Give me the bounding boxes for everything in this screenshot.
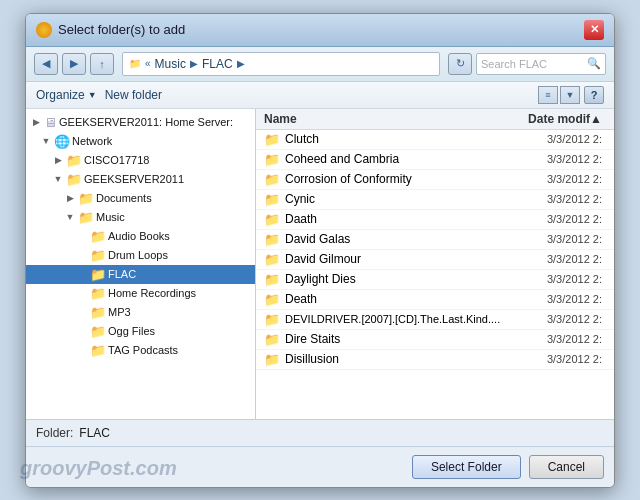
file-name: 📁 Clutch	[264, 132, 506, 147]
dialog-title: Select folder(s) to add	[58, 22, 185, 37]
content-area: ▶ 🖥 GEEKSERVER2011: Home Server: ▼ 🌐 Net…	[26, 109, 614, 419]
tagpodcasts-expand-icon	[76, 344, 88, 356]
tree-item-homerecordings[interactable]: 📁 Home Recordings	[26, 284, 255, 303]
file-name: 📁 Coheed and Cambria	[264, 152, 506, 167]
file-row[interactable]: 📁 Cynic 3/3/2012 2:	[256, 190, 614, 210]
folder-bar: Folder: FLAC	[26, 419, 614, 446]
tree-drumloops-label: Drum Loops	[108, 249, 168, 261]
file-row[interactable]: 📁 Daylight Dies 3/3/2012 2:	[256, 270, 614, 290]
header-name[interactable]: Name	[264, 112, 506, 126]
file-row[interactable]: 📁 DEVILDRIVER.[2007].[CD].The.Last.Kind.…	[256, 310, 614, 330]
file-row[interactable]: 📁 Coheed and Cambria 3/3/2012 2:	[256, 150, 614, 170]
file-name: 📁 Dire Staits	[264, 332, 506, 347]
search-placeholder: Search FLAC	[481, 58, 547, 70]
file-row[interactable]: 📁 Corrosion of Conformity 3/3/2012 2:	[256, 170, 614, 190]
file-name: 📁 DEVILDRIVER.[2007].[CD].The.Last.Kind.…	[264, 312, 506, 327]
tree-item-tagpodcasts[interactable]: 📁 TAG Podcasts	[26, 341, 255, 360]
documents-expand-icon: ▶	[64, 192, 76, 204]
tree-oggfiles-label: Ogg Files	[108, 325, 155, 337]
tree-mp3-label: MP3	[108, 306, 131, 318]
action-right: ≡ ▼ ?	[538, 86, 604, 104]
file-name: 📁 Death	[264, 292, 506, 307]
tree-item-music[interactable]: ▼ 📁 Music	[26, 208, 255, 227]
forward-button[interactable]: ▶	[62, 53, 86, 75]
oggfiles-expand-icon	[76, 325, 88, 337]
breadcrumb-music[interactable]: Music	[155, 57, 186, 71]
file-row[interactable]: 📁 Clutch 3/3/2012 2:	[256, 130, 614, 150]
file-row[interactable]: 📁 Daath 3/3/2012 2:	[256, 210, 614, 230]
dialog-window: Select folder(s) to add ✕ ◀ ▶ ↑ 📁 « Musi…	[25, 13, 615, 488]
mp3-expand-icon	[76, 306, 88, 318]
file-row[interactable]: 📁 David Gilmour 3/3/2012 2:	[256, 250, 614, 270]
new-folder-button[interactable]: New folder	[105, 88, 162, 102]
breadcrumb-flac[interactable]: FLAC	[202, 57, 233, 71]
tree-cisco-label: CISCO17718	[84, 154, 149, 166]
up-button[interactable]: ↑	[90, 53, 114, 75]
tagpodcasts-folder-icon: 📁	[90, 343, 106, 358]
file-name: 📁 Disillusion	[264, 352, 506, 367]
file-name: 📁 David Galas	[264, 232, 506, 247]
breadcrumb-separator1: «	[145, 58, 151, 69]
search-box[interactable]: Search FLAC 🔍	[476, 53, 606, 75]
file-folder-icon: 📁	[264, 212, 280, 227]
tree-item-geekserver[interactable]: ▼ 📁 GEEKSERVER2011	[26, 170, 255, 189]
audiobooks-folder-icon: 📁	[90, 229, 106, 244]
tree-item-audiobooks[interactable]: 📁 Audio Books	[26, 227, 255, 246]
tree-item-cisco[interactable]: ▶ 📁 CISCO17718	[26, 151, 255, 170]
tree-geekserver-label: GEEKSERVER2011	[84, 173, 184, 185]
mp3-folder-icon: 📁	[90, 305, 106, 320]
file-folder-icon: 📁	[264, 172, 280, 187]
homerecordings-folder-icon: 📁	[90, 286, 106, 301]
tree-root-label: GEEKSERVER2011: Home Server:	[59, 116, 233, 128]
breadcrumb-icon: 📁	[129, 58, 141, 69]
file-row[interactable]: 📁 Death 3/3/2012 2:	[256, 290, 614, 310]
breadcrumb-arrow1: ▶	[190, 58, 198, 69]
file-folder-icon: 📁	[264, 232, 280, 247]
flac-expand-icon	[76, 268, 88, 280]
cisco-folder-icon: 📁	[66, 153, 82, 168]
file-folder-icon: 📁	[264, 152, 280, 167]
cancel-button[interactable]: Cancel	[529, 455, 604, 479]
help-button[interactable]: ?	[584, 86, 604, 104]
dialog-icon	[36, 22, 52, 38]
tree-item-oggfiles[interactable]: 📁 Ogg Files	[26, 322, 255, 341]
view-icon-button[interactable]: ≡	[538, 86, 558, 104]
header-date[interactable]: Date modif▲	[506, 112, 606, 126]
file-folder-icon: 📁	[264, 272, 280, 287]
search-icon: 🔍	[587, 57, 601, 70]
file-folder-icon: 📁	[264, 312, 280, 327]
breadcrumb-bar[interactable]: 📁 « Music ▶ FLAC ▶	[122, 52, 440, 76]
title-bar: Select folder(s) to add ✕	[26, 14, 614, 47]
cisco-expand-icon: ▶	[52, 154, 64, 166]
file-row[interactable]: 📁 Dire Staits 3/3/2012 2:	[256, 330, 614, 350]
geekserver-expand-icon: ▼	[52, 173, 64, 185]
tree-item-flac[interactable]: 📁 FLAC	[26, 265, 255, 284]
button-bar: Select Folder Cancel	[26, 446, 614, 487]
view-toggle-button[interactable]: ▼	[560, 86, 580, 104]
flac-folder-icon: 📁	[90, 267, 106, 282]
tree-item-mp3[interactable]: 📁 MP3	[26, 303, 255, 322]
network-icon: 🌐	[54, 134, 70, 149]
tree-root[interactable]: ▶ 🖥 GEEKSERVER2011: Home Server:	[26, 113, 255, 132]
tree-audiobooks-label: Audio Books	[108, 230, 170, 242]
music-folder-icon: 📁	[78, 210, 94, 225]
view-icons: ≡ ▼	[538, 86, 580, 104]
tree-item-drumloops[interactable]: 📁 Drum Loops	[26, 246, 255, 265]
file-folder-icon: 📁	[264, 252, 280, 267]
oggfiles-folder-icon: 📁	[90, 324, 106, 339]
refresh-button[interactable]: ↻	[448, 53, 472, 75]
file-row[interactable]: 📁 Disillusion 3/3/2012 2:	[256, 350, 614, 370]
file-row[interactable]: 📁 David Galas 3/3/2012 2:	[256, 230, 614, 250]
file-name: 📁 Corrosion of Conformity	[264, 172, 506, 187]
folder-value: FLAC	[79, 426, 110, 440]
select-folder-button[interactable]: Select Folder	[412, 455, 521, 479]
back-button[interactable]: ◀	[34, 53, 58, 75]
file-list-panel: Name Date modif▲ 📁 Clutch 3/3/2012 2: 📁 …	[256, 109, 614, 419]
organize-button[interactable]: Organize ▼	[36, 88, 97, 102]
tree-item-network[interactable]: ▼ 🌐 Network	[26, 132, 255, 151]
close-button[interactable]: ✕	[584, 20, 604, 40]
documents-folder-icon: 📁	[78, 191, 94, 206]
tree-homerecordings-label: Home Recordings	[108, 287, 196, 299]
file-name: 📁 Cynic	[264, 192, 506, 207]
tree-item-documents[interactable]: ▶ 📁 Documents	[26, 189, 255, 208]
